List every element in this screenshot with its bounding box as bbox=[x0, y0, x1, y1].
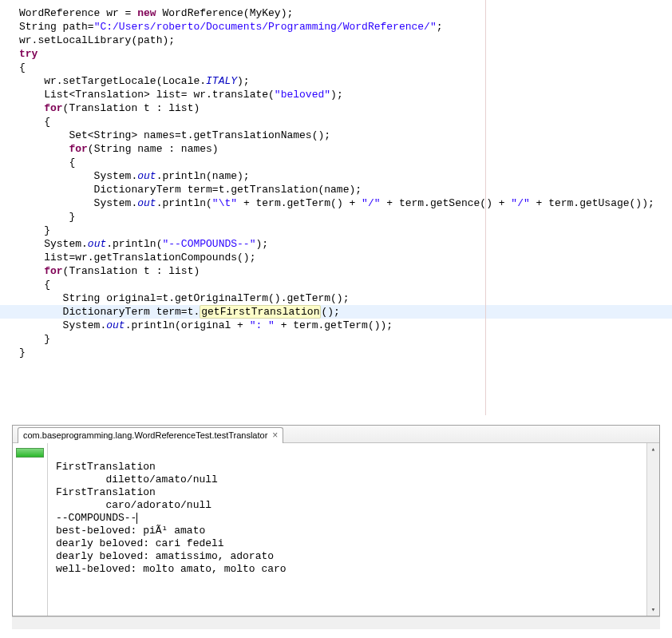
code-line: { bbox=[19, 61, 672, 74]
console-line: FirstTranslation bbox=[56, 486, 156, 498]
console-line: dearly beloved: amatissimo, adorato bbox=[56, 550, 274, 562]
code-line: { bbox=[19, 115, 672, 129]
code-line: System.out.println("--COMPOUNDS--"); bbox=[19, 237, 672, 251]
console-line: FirstTranslation bbox=[56, 461, 156, 473]
close-icon[interactable]: × bbox=[272, 430, 278, 440]
test-progress-bar bbox=[16, 448, 44, 458]
code-line: } bbox=[19, 346, 672, 359]
code-line: for(String name : names) bbox=[19, 142, 672, 156]
code-line: list=wr.getTranslationCompounds(); bbox=[19, 251, 672, 264]
output-tab-bar: com.baseprogramming.lang.WordReferenceTe… bbox=[13, 426, 659, 443]
code-line: } bbox=[19, 332, 672, 346]
code-editor[interactable]: WordReference wr = new WordReference(MyK… bbox=[0, 0, 672, 415]
occurrence-highlight: getFirstTranslation bbox=[200, 305, 321, 319]
test-result-tab[interactable]: com.baseprogramming.lang.WordReferenceTe… bbox=[18, 427, 283, 443]
code-line: { bbox=[19, 156, 672, 169]
console-output[interactable]: FirstTranslation diletto/amato/null Firs… bbox=[48, 443, 646, 616]
console-line: best-beloved: piÃ¹ amato bbox=[56, 525, 205, 537]
console-line: caro/adorato/null bbox=[56, 499, 211, 511]
tab-label: com.baseprogramming.lang.WordReferenceTe… bbox=[23, 430, 267, 440]
code-line: System.out.println(name); bbox=[19, 169, 672, 183]
code-line: System.out.println("\t" + term.getTerm()… bbox=[19, 196, 672, 210]
code-line: { bbox=[19, 278, 672, 291]
code-line-highlighted: DictionaryTerm term=t.getFirstTranslatio… bbox=[0, 305, 672, 319]
console-line: well-beloved: molto amato, molto caro bbox=[56, 563, 287, 575]
code-line: try bbox=[19, 47, 672, 61]
test-progress-column bbox=[13, 443, 48, 616]
code-line: for(Translation t : list) bbox=[19, 264, 672, 278]
console-line: dearly beloved: cari fedeli bbox=[56, 537, 224, 549]
horizontal-scrollbar[interactable] bbox=[12, 616, 660, 629]
code-line: System.out.println(original + ": " + ter… bbox=[19, 319, 672, 332]
scroll-up-icon[interactable]: ▴ bbox=[651, 445, 655, 454]
code-line: List<Translation> list= wr.translate("be… bbox=[19, 88, 672, 101]
vertical-scrollbar[interactable]: ▴ ▾ bbox=[646, 443, 659, 616]
console-line: diletto/amato/null bbox=[56, 474, 218, 485]
code-line: for(Translation t : list) bbox=[19, 101, 672, 115]
output-panel: com.baseprogramming.lang.WordReferenceTe… bbox=[12, 425, 660, 616]
code-line: wr.setLocalLibrary(path); bbox=[19, 34, 672, 47]
code-line: String original=t.getOriginalTerm().getT… bbox=[19, 291, 672, 305]
text-cursor bbox=[136, 513, 137, 524]
console-line: --COMPOUNDS-- bbox=[56, 512, 136, 524]
code-line: Set<String> names=t.getTranslationNames(… bbox=[19, 129, 672, 142]
code-line: String path="C:/Users/roberto/Documents/… bbox=[19, 20, 672, 34]
print-margin bbox=[485, 0, 486, 415]
code-line: } bbox=[19, 210, 672, 224]
output-body: FirstTranslation diletto/amato/null Firs… bbox=[13, 443, 659, 616]
scroll-down-icon[interactable]: ▾ bbox=[651, 605, 655, 614]
code-line: } bbox=[19, 224, 672, 237]
code-line: wr.setTargetLocale(Locale.ITALY); bbox=[19, 74, 672, 88]
code-line: DictionaryTerm term=t.getTranslation(nam… bbox=[19, 183, 672, 196]
code-line: WordReference wr = new WordReference(MyK… bbox=[19, 6, 672, 20]
